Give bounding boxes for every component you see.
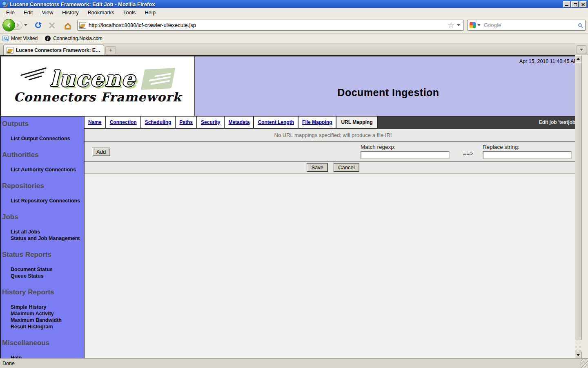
sidebar-item-help[interactable]: Help (11, 355, 84, 359)
sidebar-header: Outputs (2, 119, 84, 128)
tab-link[interactable]: Name (88, 119, 102, 125)
tab-url-mapping-active: URL Mapping (336, 117, 378, 128)
sidebar-item-list-all-jobs[interactable]: List all Jobs (11, 229, 84, 235)
logo-subtitle: Connectors Framework (13, 90, 181, 104)
search-engine-dropdown-icon[interactable] (477, 24, 481, 26)
list-all-tabs-button[interactable] (577, 45, 586, 54)
minimize-button[interactable] (563, 1, 570, 7)
replace-string-input[interactable] (483, 151, 572, 159)
stop-icon: × (48, 20, 56, 30)
tab-security[interactable]: Security (197, 117, 225, 128)
scrollbar-track[interactable] (575, 340, 581, 352)
tab-link[interactable]: File Mapping (302, 119, 332, 125)
tab-link[interactable]: Content Length (258, 119, 294, 125)
home-icon: ⌂ (64, 20, 72, 31)
sidebar-header: History Reports (2, 288, 84, 297)
save-button[interactable]: Save (307, 163, 328, 172)
firefox-icon (2, 1, 8, 7)
sidebar-section-history-reports: History ReportsSimple HistoryMaximum Act… (1, 288, 84, 330)
job-tab-strip: NameConnectionSchedulingPathsSecurityMet… (85, 117, 581, 129)
sidebar-item-simple-history[interactable]: Simple History (11, 304, 84, 310)
back-button[interactable] (2, 19, 15, 31)
url-input[interactable] (86, 22, 447, 28)
history-dropdown-icon[interactable] (24, 24, 27, 26)
cancel-button[interactable]: Cancel (334, 163, 359, 172)
minimize-icon (565, 5, 568, 6)
match-regexp-label: Match regexp: (361, 144, 450, 150)
menu-tools[interactable]: Tools (119, 8, 140, 17)
tab-scheduling[interactable]: Scheduling (141, 117, 176, 128)
tab-content-length[interactable]: Content Length (254, 117, 298, 128)
tab-connection[interactable]: Connection (106, 117, 141, 128)
page-title: Document Ingestion (337, 87, 439, 99)
address-bar[interactable]: ☆ (77, 20, 464, 31)
restore-icon (574, 3, 577, 6)
tab-link[interactable]: Connection (110, 119, 137, 125)
vertical-scrollbar[interactable] (575, 55, 581, 359)
sidebar-item-status-and-job-management[interactable]: Status and Job Management (11, 235, 84, 242)
edit-job-context: Edit job 'testjob' (378, 117, 581, 128)
add-mapping-row: Add Match regexp: ==> Replace string: (85, 142, 581, 162)
sidebar-item-queue-status[interactable]: Queue Status (11, 273, 84, 279)
replace-string-group: Replace string: (483, 144, 572, 159)
menu-bookmarks[interactable]: Bookmarks (83, 8, 119, 17)
save-cancel-row: Save Cancel (85, 162, 581, 174)
sidebar-section-outputs: OutputsList Output Connections (1, 119, 84, 142)
menu-help[interactable]: Help (140, 8, 160, 17)
tab-link[interactable]: Metadata (228, 119, 249, 125)
sidebar-item-document-status[interactable]: Document Status (11, 266, 84, 273)
match-regexp-input[interactable] (361, 151, 450, 159)
active-browser-tab[interactable]: Lucene Connectors Framework: Edit ... (3, 45, 104, 55)
sidebar-header: Authorities (2, 150, 84, 159)
home-button[interactable]: ⌂ (62, 19, 74, 31)
bookmark-most-visited[interactable]: Most Visited (2, 36, 38, 41)
banner: Apr 15, 2010 11:40:45 AM Document Ingest… (195, 56, 581, 116)
empty-area (85, 174, 581, 359)
search-magnifier-icon[interactable] (578, 23, 582, 27)
search-input[interactable] (482, 22, 578, 28)
arrow-up-icon (577, 58, 580, 60)
scroll-up-button[interactable] (575, 55, 581, 62)
add-button[interactable]: Add (92, 148, 110, 156)
scrollbar-thumb[interactable] (575, 62, 581, 340)
reload-button[interactable] (32, 20, 44, 31)
bookmark-star-icon[interactable]: ☆ (448, 21, 454, 29)
tab-link[interactable]: Paths (179, 119, 193, 125)
menu-edit[interactable]: Edit (19, 8, 37, 17)
menu-view[interactable]: View (37, 8, 58, 17)
tab-metadata[interactable]: Metadata (225, 117, 254, 128)
tab-paths[interactable]: Paths (176, 117, 197, 128)
sidebar-item-maximum-bandwidth[interactable]: Maximum Bandwidth (11, 317, 84, 323)
window-title: Lucene Connectors Framework: Edit Job - … (10, 1, 563, 7)
logo-word: lucene (50, 68, 136, 90)
menu-history[interactable]: History (58, 8, 83, 17)
restore-button[interactable] (571, 1, 579, 7)
window-titlebar: Lucene Connectors Framework: Edit Job - … (0, 0, 588, 8)
plus-icon: + (109, 47, 112, 53)
mapping-arrow: ==> (459, 150, 478, 157)
tab-link[interactable]: Scheduling (145, 119, 172, 125)
page-header: lucene Connectors Framework Apr 15, 2010… (0, 56, 581, 116)
resize-grip[interactable] (581, 359, 588, 368)
sidebar-section-repositories: RepositoriesList Repository Connections (1, 182, 84, 204)
menu-file[interactable]: File (2, 8, 19, 17)
close-button[interactable]: × (579, 1, 587, 7)
tab-name[interactable]: Name (85, 117, 106, 128)
tab-link[interactable]: Security (201, 119, 220, 125)
search-bar[interactable] (467, 20, 586, 31)
sidebar-section-status-reports: Status ReportsDocument StatusQueue Statu… (1, 250, 84, 279)
bookmark-nokia[interactable]: i Connecting.Nokia.com (45, 36, 102, 41)
sidebar-item-list-authority-connections[interactable]: List Authority Connections (11, 166, 84, 173)
scroll-down-button[interactable] (575, 352, 581, 359)
stop-button[interactable]: × (46, 20, 58, 31)
menu-bar: FileEditViewHistoryBookmarksToolsHelp (0, 8, 588, 17)
sidebar-item-result-histogram[interactable]: Result Histogram (11, 323, 84, 330)
bookmark-dropdown-icon[interactable] (457, 24, 460, 26)
sidebar-item-list-repository-connections[interactable]: List Repository Connections (11, 197, 84, 204)
new-tab-button[interactable]: + (105, 46, 116, 54)
sidebar-item-maximum-activity[interactable]: Maximum Activity (11, 310, 84, 317)
tab-file-mapping[interactable]: File Mapping (298, 117, 336, 128)
sidebar-header: Miscellaneous (2, 339, 84, 348)
sidebar-item-list-output-connections[interactable]: List Output Connections (11, 135, 84, 142)
sidebar-section-miscellaneous: MiscellaneousHelp (1, 339, 84, 359)
